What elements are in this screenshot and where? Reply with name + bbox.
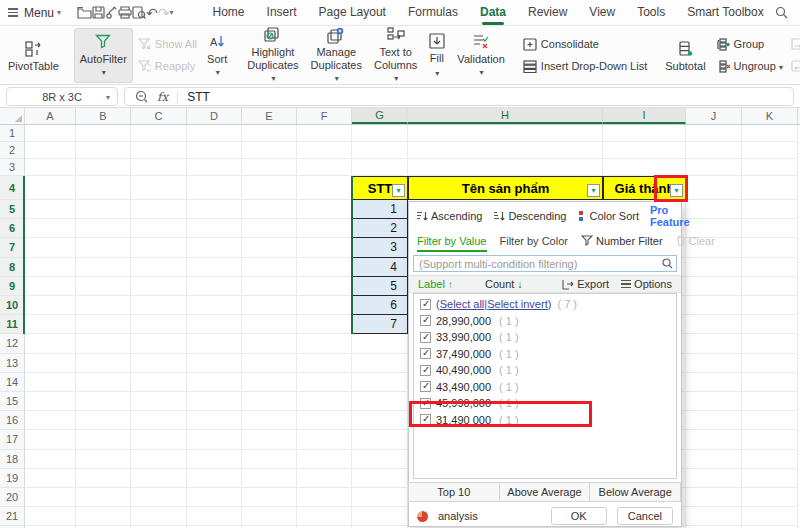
tab-data[interactable]: Data [469, 0, 517, 26]
top-10-button[interactable]: Top 10 [408, 482, 500, 502]
stt-cell-7[interactable]: 7 [352, 315, 408, 334]
ok-button[interactable]: OK [551, 507, 607, 525]
hide-detail-button[interactable]: Hide Detail [791, 58, 800, 75]
filter-value-row[interactable]: 43,490,000( 1 ) [414, 379, 676, 396]
sort-descending-button[interactable]: Descending [493, 210, 566, 222]
sort-button[interactable]: A Sort ▾ [202, 29, 232, 82]
count-sort-button[interactable]: Count ↓ [485, 278, 522, 290]
tab-filter-by-value[interactable]: Filter by Value [417, 235, 487, 252]
cancel-button[interactable]: Cancel [617, 507, 673, 525]
row-header-13[interactable]: 13 [0, 354, 25, 373]
column-header-H[interactable]: H [408, 108, 603, 124]
column-header-A[interactable]: A [25, 108, 76, 124]
show-detail-button[interactable]: Show Detail [791, 36, 800, 53]
column-header-K[interactable]: K [742, 108, 798, 124]
row-header-19[interactable]: 19 [0, 469, 25, 488]
filter-value-row[interactable]: 40,490,000( 1 ) [414, 362, 676, 379]
row-header-16[interactable]: 16 [0, 411, 25, 430]
column-header-B[interactable]: B [76, 108, 131, 124]
zoom-formula-icon[interactable] [134, 87, 148, 107]
tab-review[interactable]: Review [517, 0, 578, 26]
column-header-D[interactable]: D [187, 108, 242, 124]
label-sort-button[interactable]: Label ↑ [418, 278, 453, 290]
redo-icon[interactable]: ↷ [158, 3, 170, 23]
subtotal-button[interactable]: Subtotal [660, 36, 710, 75]
above-average-button[interactable]: Above Average [499, 482, 591, 502]
consolidate-button[interactable]: Consolidate [523, 36, 647, 53]
name-box[interactable]: 8R x 3C ▾ [6, 87, 118, 106]
number-filter-button[interactable]: Number Filter [581, 235, 663, 247]
row-header-12[interactable]: 12 [0, 334, 25, 353]
select-all-corner[interactable] [0, 108, 25, 124]
print-icon[interactable] [118, 3, 132, 23]
checkbox-checked-icon[interactable] [420, 365, 431, 376]
checkbox-checked-icon[interactable] [420, 299, 431, 310]
export-button[interactable]: Export [562, 278, 609, 290]
hamburger-icon[interactable] [8, 8, 18, 17]
validation-button[interactable]: Validation ▾ [452, 29, 510, 82]
row-header-14[interactable]: 14 [0, 373, 25, 392]
menu-button[interactable]: Menu [24, 6, 54, 20]
color-sort-button[interactable]: Color Sort [577, 210, 639, 222]
stt-cell-5[interactable]: 5 [352, 277, 408, 296]
show-all-button[interactable]: Show All [138, 36, 197, 53]
row-header-18[interactable]: 18 [0, 450, 25, 469]
stt-cell-3[interactable]: 3 [352, 238, 408, 257]
fx-icon[interactable]: fx [157, 90, 168, 104]
text-to-columns-button[interactable]: Text to Columns ▾ [369, 22, 422, 88]
tab-smart-toolbox[interactable]: Smart Toolbox [676, 0, 774, 26]
column-header-G[interactable]: G [352, 108, 408, 124]
row-header-17[interactable]: 17 [0, 430, 25, 449]
manage-duplicates-button[interactable]: Manage Duplicates ▾ [306, 22, 367, 88]
filter-value-row[interactable]: 37,490,000( 1 ) [414, 346, 676, 363]
open-folder-icon[interactable] [77, 3, 92, 23]
column-header-F[interactable]: F [297, 108, 352, 124]
toolbar-more-chevron-icon[interactable]: ▾ [170, 8, 174, 17]
filter-value-list[interactable]: (Select all|Select invert) ( 7 )28,990,0… [413, 293, 677, 479]
select-all-row[interactable]: (Select all|Select invert) ( 7 ) [414, 296, 676, 313]
column-header-I[interactable]: I [603, 108, 686, 124]
ungroup-button[interactable]: Ungroup ▾ [716, 58, 783, 75]
sort-ascending-button[interactable]: Ascending [416, 210, 482, 222]
tab-view[interactable]: View [578, 0, 626, 26]
below-average-button[interactable]: Below Average [589, 482, 681, 502]
column-header-J[interactable]: J [686, 108, 742, 124]
search-icon[interactable] [775, 3, 788, 23]
analysis-link[interactable]: analysis [438, 510, 478, 522]
select-all-link[interactable]: Select all [440, 298, 485, 310]
checkbox-checked-icon[interactable] [420, 348, 431, 359]
save-icon[interactable] [92, 3, 105, 23]
row-header-4[interactable]: 4 [0, 176, 25, 200]
row-header-3[interactable]: 3 [0, 159, 25, 176]
tab-tools[interactable]: Tools [626, 0, 676, 26]
row-header-15[interactable]: 15 [0, 392, 25, 411]
row-header-6[interactable]: 6 [0, 219, 25, 238]
stt-cell-6[interactable]: 6 [352, 296, 408, 315]
filter-value-row[interactable]: 33,990,000( 1 ) [414, 329, 676, 346]
insert-dropdown-list-button[interactable]: Insert Drop-Down List [523, 58, 647, 75]
name-box-chevron-icon[interactable]: ▾ [106, 93, 110, 102]
column-header-C[interactable]: C [131, 108, 187, 124]
formula-input-area[interactable]: fx STT [124, 87, 794, 106]
filter-value-row[interactable]: 28,990,000( 1 ) [414, 313, 676, 330]
row-header-20[interactable]: 20 [0, 488, 25, 507]
stt-cell-2[interactable]: 2 [352, 219, 408, 238]
row-header-10[interactable]: 10 [0, 296, 25, 315]
print-preview-icon[interactable] [132, 3, 146, 23]
options-button[interactable]: Options [621, 278, 672, 290]
row-header-2[interactable]: 2 [0, 142, 25, 159]
checkbox-checked-icon[interactable] [420, 315, 431, 326]
checkbox-checked-icon[interactable] [420, 381, 431, 392]
row-header-9[interactable]: 9 [0, 277, 25, 296]
highlight-duplicates-button[interactable]: Highlight Duplicates ▾ [242, 22, 303, 88]
header-filter-dropdown-icon[interactable]: ▾ [392, 184, 405, 197]
autofilter-button[interactable]: AutoFilter ▾ [74, 28, 133, 83]
export-icon[interactable] [105, 3, 118, 23]
header-filter-dropdown-icon[interactable]: ▾ [587, 184, 600, 197]
stt-cell-4[interactable]: 4 [352, 258, 408, 277]
filter-search-box[interactable] [413, 255, 677, 272]
formula-content[interactable]: STT [187, 90, 210, 104]
undo-icon[interactable]: ↶ [146, 3, 158, 23]
row-header-5[interactable]: 5 [0, 200, 25, 219]
clear-filter-button[interactable]: Clear [676, 235, 715, 247]
